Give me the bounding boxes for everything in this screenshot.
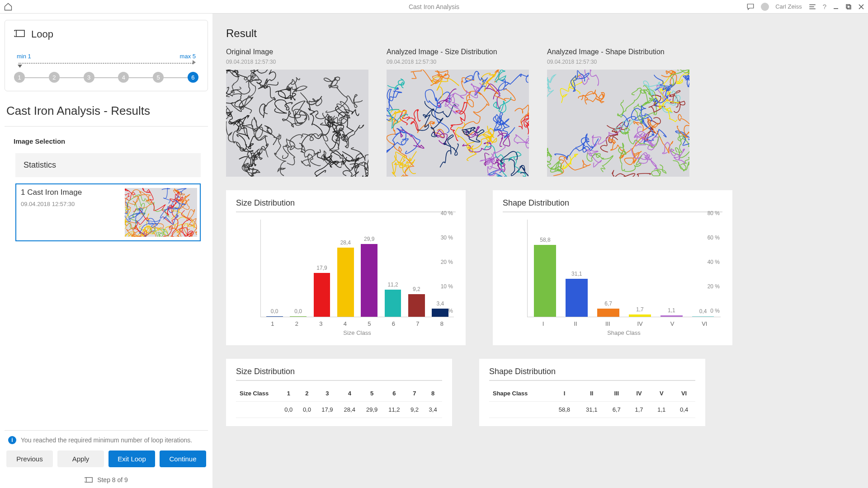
section-title: Cast Iron Analysis - Results [5,100,208,127]
bar [408,294,425,317]
image-card-timestamp: 09.04.2018 12:57:30 [21,201,82,207]
comment-icon[interactable] [746,3,755,11]
content-area: Result Original Image09.04.2018 12:57:30… [212,14,868,488]
arrow-right-icon [193,60,196,65]
result-image-label: Original Image [226,48,368,56]
statistics-card[interactable]: Statistics [15,153,201,177]
loop-step-1[interactable]: 1 [14,72,25,83]
loop-range-line [19,63,194,64]
result-image-2: Analyzed Image - Shape Distribution09.04… [547,48,689,177]
window-title: Cast Iron Analysis [409,3,459,10]
loop-panel: Loop min 1 max 5 123456 [5,20,208,91]
avatar[interactable] [761,3,769,11]
svg-rect-7 [547,70,689,177]
svg-rect-4 [86,478,93,483]
home-icon[interactable] [4,2,13,11]
titlebar: Cast Iron Analysis Carl Zeiss ? [0,0,868,14]
x-tick: IV [624,320,656,327]
svg-rect-1 [847,5,851,9]
loop-step-4[interactable]: 4 [118,72,129,83]
bar-value-label: 3,4 [436,300,444,307]
info-message: i You reached the required minimum numbe… [6,436,206,444]
result-image-picture [226,70,368,177]
loop-icon [14,28,25,40]
loop-max-label: max 5 [180,53,196,60]
x-tick: I [527,320,559,327]
info-text: You reached the required minimum number … [21,436,192,444]
bar [629,314,651,317]
table-cell [236,402,279,418]
bar [432,309,448,317]
result-image-timestamp: 09.04.2018 12:57:30 [547,59,689,65]
close-icon[interactable] [858,4,864,10]
info-icon: i [8,436,16,444]
table-header: 1 [279,385,298,402]
exit-loop-button[interactable]: Exit Loop [108,450,155,467]
loop-label: Loop [31,28,53,40]
table-header: 7 [406,385,424,402]
table-cell: 0,0 [298,402,316,418]
loop-min-label: min 1 [17,53,31,60]
help-icon[interactable]: ? [823,3,826,10]
apply-button[interactable]: Apply [57,450,104,467]
previous-button[interactable]: Previous [6,450,53,467]
bar-value-label: 11,2 [387,282,398,288]
x-axis-title: Size Class [260,329,454,336]
result-image-picture [387,70,529,177]
image-selection-label: Image Selection [5,137,208,145]
table-header: 4 [339,385,361,402]
table-row: Size DistributionSize Class123456780,00,… [226,359,854,426]
table-cell: 11,2 [383,402,405,418]
loop-step-5[interactable]: 5 [153,72,164,83]
loop-step-3[interactable]: 3 [84,72,94,83]
bar [534,245,556,317]
svg-rect-2 [16,30,24,37]
x-axis-title: Shape Class [527,329,721,336]
image-card[interactable]: 1 Cast Iron Image 09.04.2018 12:57:30 [15,183,201,241]
x-tick: 1 [260,320,285,327]
table-header: 5 [361,385,383,402]
bar [361,244,377,317]
image-card-name: 1 Cast Iron Image [21,188,82,197]
continue-button[interactable]: Continue [160,450,206,467]
loop-step-2[interactable]: 2 [49,72,60,83]
table-header: 2 [298,385,316,402]
result-images-row: Original Image09.04.2018 12:57:30Analyze… [226,48,854,177]
arrow-down-icon [18,65,22,68]
chart-row: Size Distribution0 %10 %20 %30 %40 %0,00… [226,190,854,345]
menu-lines-icon[interactable] [808,3,816,11]
x-tick: III [592,320,624,327]
loop-step-6[interactable]: 6 [188,72,198,83]
data-table: Shape ClassIIIIIIIVVVI58,831,16,71,71,10… [489,385,695,418]
step-indicator: Step 8 of 9 [6,476,206,483]
bar-value-label: 0,0 [294,308,302,314]
svg-rect-6 [387,70,529,177]
bar-value-label: 0,0 [271,308,278,314]
bar-value-label: 31,1 [571,271,582,277]
bar-value-label: 17,9 [316,265,327,271]
bar [337,248,354,317]
table-cell: 1,7 [628,402,651,418]
table-cell: 58,8 [551,402,578,418]
data-table: Size Class123456780,00,017,928,429,911,2… [236,385,442,418]
table-cell [489,402,551,418]
table-header: III [605,385,628,402]
x-tick: VI [689,320,721,327]
loop-stepper: 123456 [14,72,198,83]
bar [290,316,307,317]
table-title: Size Distribution [236,367,442,376]
maximize-icon[interactable] [845,4,852,10]
y-tick: 80 % [708,210,720,216]
x-tick: 5 [357,320,382,327]
result-image-picture [547,70,689,177]
chart-title: Size Distribution [236,198,456,208]
bar-value-label: 0,4 [699,308,707,314]
result-title: Result [226,27,854,40]
table-cell: 17,9 [316,402,338,418]
bar [266,316,283,317]
table-header: IV [628,385,651,402]
y-tick: 40 % [441,210,453,216]
table-cell: 29,9 [361,402,383,418]
minimize-icon[interactable] [833,4,839,10]
table-header: II [578,385,605,402]
